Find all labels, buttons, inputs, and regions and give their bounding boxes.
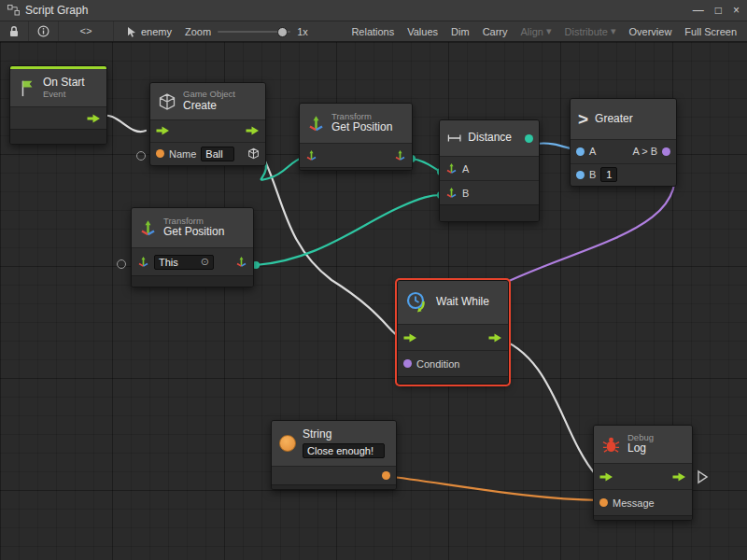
a-input-port[interactable] <box>576 147 585 156</box>
bug-icon <box>601 436 621 454</box>
zoom-label: Zoom <box>185 26 211 37</box>
align-dropdown: Align▾ <box>514 21 558 41</box>
zoom-slider[interactable] <box>218 31 290 33</box>
node-debug-log[interactable]: Debug Log Message <box>593 425 693 521</box>
exec-output-port[interactable] <box>246 126 260 135</box>
zoom-value: 1x <box>297 26 308 37</box>
node-wait-while[interactable]: Wait While Condition <box>397 280 509 385</box>
dim-button[interactable]: Dim <box>444 21 476 41</box>
name-value-field[interactable] <box>201 147 234 161</box>
node-footer <box>10 129 106 144</box>
distance-icon <box>447 132 461 145</box>
result-label: A > B <box>632 146 657 157</box>
graph-canvas[interactable]: On Start Event Game Object Create <box>0 42 747 560</box>
unconnected-port-indicator[interactable] <box>117 259 126 269</box>
node-greater[interactable]: > Greater A A > B B <box>570 98 677 187</box>
position-output-port[interactable] <box>394 149 406 161</box>
node-on-start[interactable]: On Start Event <box>9 65 107 145</box>
node-create-game-object[interactable]: Game Object Create Name <box>149 82 266 166</box>
exec-output-port[interactable] <box>87 114 101 123</box>
exec-input-port[interactable] <box>403 333 417 343</box>
wire-getposition2-to-distance-b[interactable] <box>256 195 441 265</box>
b-input-port[interactable] <box>576 171 585 179</box>
condition-input-port[interactable] <box>403 359 412 368</box>
zoom-control: Zoom 1x <box>185 26 308 37</box>
node-footer <box>398 376 508 384</box>
chevron-down-icon: ▾ <box>546 25 552 37</box>
result-output-port[interactable] <box>662 147 670 156</box>
name-input-port[interactable] <box>156 149 164 158</box>
object-picker-icon[interactable]: ⊙ <box>201 257 209 267</box>
full-screen-button[interactable]: Full Screen <box>678 21 743 41</box>
exec-input-port[interactable] <box>156 126 170 135</box>
vector-input-port[interactable] <box>445 187 458 199</box>
exec-input-port[interactable] <box>599 472 613 482</box>
node-title: Greater <box>595 113 633 126</box>
graph-name: enemy <box>127 26 172 37</box>
node-footer <box>132 275 253 287</box>
exec-output-port[interactable] <box>672 472 686 482</box>
node-header: > Greater <box>571 99 676 139</box>
transform-input-port[interactable] <box>137 256 149 268</box>
overview-button[interactable]: Overview <box>623 21 679 41</box>
vector-input-port[interactable] <box>445 162 458 175</box>
maximize-button[interactable]: □ <box>715 4 722 17</box>
wire-getposition1-to-distance-a[interactable] <box>412 159 441 172</box>
node-header: String <box>272 421 396 466</box>
node-header: Transform Get Position <box>300 104 412 143</box>
node-title: Log <box>627 442 654 455</box>
node-header: Game Object Create <box>150 83 265 119</box>
flag-icon <box>18 78 36 97</box>
node-title: Distance <box>468 132 512 145</box>
script-graph-icon <box>7 5 20 16</box>
distribute-dropdown: Distribute▾ <box>558 21 623 41</box>
exec-output-port[interactable] <box>488 333 502 343</box>
port-label: A <box>589 146 596 157</box>
transform-axes-icon <box>139 219 157 237</box>
node-distance[interactable]: Distance A B <box>439 119 540 222</box>
chevron-down-icon: ▾ <box>611 25 616 37</box>
message-input-port[interactable] <box>599 498 608 507</box>
node-header: Transform Get Position <box>132 208 253 247</box>
node-footer <box>440 204 539 221</box>
code-view-icon[interactable]: <> <box>59 21 114 41</box>
distance-output-port[interactable] <box>525 134 533 143</box>
info-icon[interactable] <box>29 21 59 41</box>
lock-icon[interactable] <box>0 21 29 41</box>
node-get-position-1[interactable]: Transform Get Position <box>299 103 413 171</box>
node-subtitle: Event <box>43 90 85 99</box>
node-footer <box>594 515 692 520</box>
node-title: Get Position <box>163 226 224 239</box>
port-label: Condition <box>416 358 459 370</box>
node-title: String <box>303 428 385 441</box>
carry-button[interactable]: Carry <box>476 21 514 41</box>
position-output-port[interactable] <box>235 256 247 268</box>
window-title: Script Graph <box>25 4 88 17</box>
target-field[interactable]: This ⊙ <box>154 255 214 270</box>
close-button[interactable]: × <box>733 4 740 17</box>
port-label: A <box>462 163 469 175</box>
wire-distance-to-greater[interactable] <box>536 143 573 149</box>
string-type-icon <box>279 435 296 452</box>
wire-string-to-message[interactable] <box>386 476 600 500</box>
minimize-button[interactable]: — <box>693 4 704 17</box>
unconnected-port-indicator[interactable] <box>136 151 146 161</box>
string-value-field[interactable] <box>303 443 385 458</box>
title-bar: Script Graph — □ × <box>0 0 747 21</box>
node-header: Distance <box>440 120 539 156</box>
relations-button[interactable]: Relations <box>345 21 401 41</box>
game-object-output-port[interactable] <box>247 147 260 160</box>
wire-waitwhile-to-log[interactable] <box>495 337 597 476</box>
string-output-port[interactable] <box>382 471 390 480</box>
node-title: Get Position <box>331 121 392 134</box>
node-get-position-2[interactable]: Transform Get Position This ⊙ <box>131 207 254 287</box>
port-label: Message <box>613 497 655 509</box>
b-value-field[interactable] <box>600 167 617 182</box>
node-string-literal[interactable]: String <box>271 420 397 490</box>
transform-input-port[interactable] <box>305 149 317 161</box>
zoom-slider-handle[interactable] <box>277 27 288 37</box>
port-label: B <box>589 169 596 180</box>
unconnected-exec-arrow[interactable] <box>698 471 707 483</box>
cube-icon <box>158 92 176 111</box>
values-button[interactable]: Values <box>401 21 444 41</box>
